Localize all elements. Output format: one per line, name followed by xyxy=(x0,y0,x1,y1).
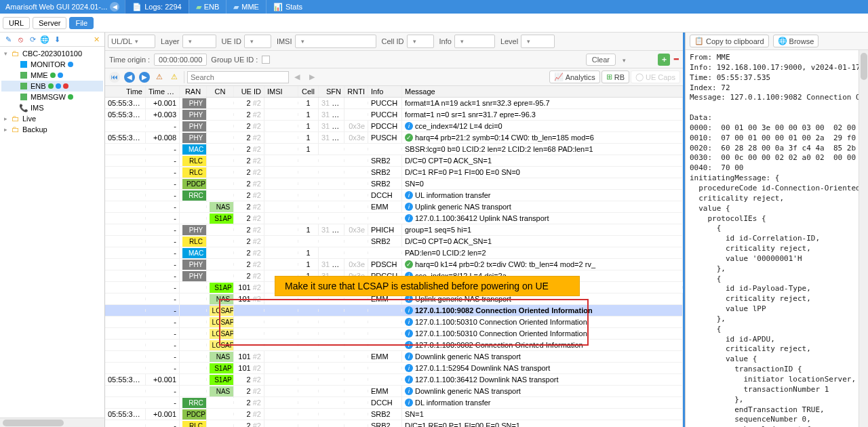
search-next-icon[interactable]: ▶ xyxy=(305,70,319,84)
ran-tag: PHY xyxy=(182,121,207,131)
table-row[interactable]: 05:55:37.527+0.003PHY2 #2131 418.0PUCCHf… xyxy=(105,109,683,121)
tree-item-backup[interactable]: ▸Backup xyxy=(1,124,103,135)
table-row[interactable]: -LCSAP i127.0.1.100:9082 Connection Orie… xyxy=(105,340,683,351)
detail-toolbar: 📋Copy to clipboard 🌐Browse xyxy=(686,33,868,50)
filter-ueid[interactable]: ▾ xyxy=(244,35,271,48)
col-sfn[interactable]: SFN xyxy=(319,86,344,97)
tab-mme[interactable]: ▰ MME xyxy=(226,0,266,14)
table-row[interactable]: -LCSAP i127.0.1.100:9082 Connection Orie… xyxy=(105,305,683,317)
rb-button[interactable]: ⊞RB xyxy=(601,70,629,83)
filter-level[interactable]: ▾ xyxy=(521,35,555,48)
table-row[interactable]: -PHY2 #2131 419.20x3ePDSCH✓harq=0 k1=4 p… xyxy=(105,259,683,270)
table-row[interactable]: -NAS101 #2EMMiDownlink generic NAS trans… xyxy=(105,351,683,363)
table-row[interactable]: -NAS2 #2EMMiDownlink generic NAS transpo… xyxy=(105,386,683,397)
col-ueid[interactable]: UE ID xyxy=(234,86,264,97)
group-ueid-checkbox[interactable] xyxy=(262,56,270,64)
table-row[interactable]: -PDCP2 #2SRB2SN=0 xyxy=(105,178,683,190)
expander-icon[interactable]: ▸ xyxy=(3,115,9,122)
warn-icon[interactable]: ⚠ xyxy=(153,70,166,84)
col-rnti[interactable]: RNTI xyxy=(344,86,368,97)
minus-icon[interactable]: ━ xyxy=(674,55,679,64)
table-row[interactable]: -RLC2 #2SRB2D/C=1 RF=0 P=1 FI=00 E=0 SN=… xyxy=(105,420,683,427)
detail-body[interactable]: From: MME Info: 192.168.100.17:9000, v20… xyxy=(686,50,859,427)
status-dot xyxy=(68,94,73,100)
table-row[interactable]: -S1AP2 #2i127.0.1.100:36412 Uplink NAS t… xyxy=(105,213,683,224)
col-info[interactable]: Info xyxy=(368,86,402,97)
tab-logs[interactable]: 📄 Logs: 2294 xyxy=(125,0,188,14)
stop-icon[interactable]: ⦸ xyxy=(15,34,26,45)
table-row[interactable]: -NAS2 #2EMMiUplink generic NAS transport xyxy=(105,201,683,213)
col-cell[interactable]: Cell xyxy=(298,86,319,97)
module-icon xyxy=(19,92,28,102)
url-button[interactable]: URL xyxy=(3,17,30,29)
globe-icon[interactable]: 🌐 xyxy=(39,34,50,45)
table-row[interactable]: -RLC2 #2SRB2D/C=1 RF=0 P=1 FI=00 E=0 SN=… xyxy=(105,167,683,178)
prev-icon[interactable]: ◀ xyxy=(123,70,136,84)
table-row[interactable]: -LCSAP i127.0.1.100:50310 Connection Ori… xyxy=(105,328,683,340)
table-row[interactable]: -RRC2 #2DCCHiDL information transfer xyxy=(105,397,683,409)
warn2-icon[interactable]: ⚠ xyxy=(167,70,181,84)
file-button[interactable]: File xyxy=(69,17,94,29)
search-bar: ⏮ ◀ ▶ ⚠ ⚠ ◀ ▶ 📈Analytics ⊞RB ◯UE Caps xyxy=(105,68,683,86)
table-row[interactable]: -RLC2 #2SRB2D/C=0 CPT=0 ACK_SN=1 xyxy=(105,155,683,167)
enb-icon: ▰ xyxy=(196,3,201,12)
tree-item-ims[interactable]: 📞IMS xyxy=(1,102,103,113)
table-row[interactable]: -RLC2 #2SRB2D/C=0 CPT=0 ACK_SN=1 xyxy=(105,236,683,247)
server-button[interactable]: Server xyxy=(33,17,66,29)
tree-item-cbc-2023010100[interactable]: ▾CBC-2023010100 xyxy=(1,48,103,59)
table-row[interactable]: -MAC2 #21PAD:len=0 LCID:2 len=2 xyxy=(105,247,683,259)
tree-item-monitor[interactable]: MONITOR xyxy=(1,59,103,70)
tab-stats[interactable]: 📊 Stats xyxy=(266,0,309,14)
table-row[interactable]: -RRC2 #2DCCHiUL information transfer xyxy=(105,190,683,201)
tab-enb[interactable]: ▰ ENB xyxy=(189,0,226,14)
clear-select[interactable]: ▾ xyxy=(620,56,654,64)
col-time[interactable]: Time xyxy=(105,86,146,97)
cn-tag: LCSAP xyxy=(210,306,234,316)
table-row[interactable]: -MAC2 #21SBSR:lcg=0 b=0 LCID:2 len=2 LCI… xyxy=(105,144,683,155)
expander-icon[interactable]: ▾ xyxy=(3,50,9,57)
v-scrollbar[interactable] xyxy=(859,50,868,427)
filter-uldl[interactable]: UL/DL▾ xyxy=(108,35,155,48)
first-icon[interactable]: ⏮ xyxy=(108,70,121,84)
col-ran[interactable]: RAN xyxy=(180,86,207,97)
close-icon[interactable]: ✕ xyxy=(91,34,102,45)
info-icon: i xyxy=(405,341,413,349)
col-msg[interactable]: Message xyxy=(402,86,683,97)
table-row[interactable]: -S1AP101 #2i127.0.1.1:52954 Downlink NAS… xyxy=(105,363,683,374)
down-icon[interactable]: ⬇ xyxy=(52,34,62,45)
clear-button[interactable]: Clear xyxy=(586,54,616,66)
expander-icon[interactable]: ▸ xyxy=(3,126,9,133)
tree-item-live[interactable]: ▸Live xyxy=(1,113,103,124)
col-imsi[interactable]: IMSI xyxy=(264,86,298,97)
collapse-icon[interactable]: ◀ xyxy=(110,2,119,12)
next-icon[interactable]: ▶ xyxy=(138,70,151,84)
search-input[interactable] xyxy=(187,71,289,83)
tree-item-mbmsgw[interactable]: MBMSGW xyxy=(1,92,103,102)
filter-imsi[interactable]: ▾ xyxy=(295,35,376,48)
browse-button[interactable]: 🌐Browse xyxy=(773,35,819,47)
filter-icon[interactable]: ✎ xyxy=(3,34,14,45)
msg-text: SN=0 xyxy=(405,180,424,188)
col-cn[interactable]: CN xyxy=(207,86,234,97)
filter-cellid[interactable]: ▾ xyxy=(407,35,434,48)
tree-item-mme[interactable]: MME xyxy=(1,70,103,81)
filter-layer[interactable]: ▾ xyxy=(182,35,216,48)
time-origin-input[interactable]: 00:00:00.000 xyxy=(154,54,207,66)
search-prev-icon[interactable]: ◀ xyxy=(290,70,304,84)
copy-button[interactable]: 📋Copy to clipboard xyxy=(690,35,769,47)
h-scrollbar[interactable] xyxy=(0,418,104,427)
tree-item-enb[interactable]: ENB xyxy=(1,81,103,92)
table-row[interactable]: -PHY2 #2131 419.20x3ePHICHgroup=1 seq=5 … xyxy=(105,224,683,236)
analytics-button[interactable]: 📈Analytics xyxy=(549,70,600,83)
table-row[interactable]: 05:55:37.536+0.001S1AP2 #2i127.0.1.100:3… xyxy=(105,374,683,386)
table-row[interactable]: -PHY2 #2131 418.40x3ePDCCHicce_index=4/1… xyxy=(105,121,683,132)
filter-info[interactable]: ▾ xyxy=(454,35,495,48)
table-row[interactable]: 05:55:37.535+0.008PHY2 #2131 418.80x3ePU… xyxy=(105,132,683,144)
table-row[interactable]: -LCSAP i127.0.1.100:50310 Connection Ori… xyxy=(105,317,683,328)
table-row[interactable]: 05:55:37.524+0.001PHY2 #2131 417.7PUCCHf… xyxy=(105,98,683,109)
col-diff[interactable]: Time diff xyxy=(146,86,180,97)
add-button[interactable]: ＋ xyxy=(658,54,670,66)
table-row[interactable]: 05:55:37.537+0.001PDCP2 #2SRB2SN=1 xyxy=(105,409,683,420)
module-icon xyxy=(19,60,28,69)
refresh-icon[interactable]: ⟳ xyxy=(27,34,38,45)
